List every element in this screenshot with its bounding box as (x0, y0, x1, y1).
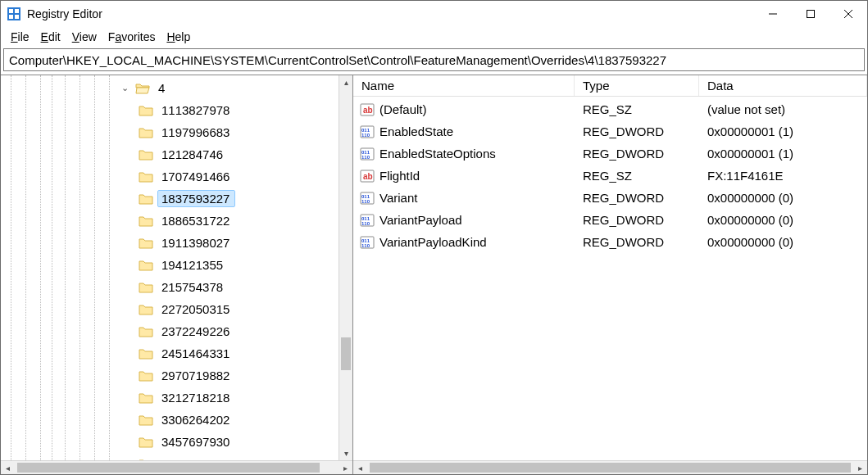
close-button[interactable] (829, 1, 867, 27)
reg-sz-icon (360, 169, 375, 183)
tree-item[interactable]: 1113827978 (116, 99, 352, 121)
value-type: REG_DWORD (575, 191, 699, 205)
address-text: Computer\HKEY_LOCAL_MACHINE\SYSTEM\Curre… (9, 53, 666, 67)
menu-edit[interactable]: Edit (36, 29, 66, 44)
scroll-down-arrow-icon[interactable]: ▾ (339, 446, 352, 460)
tree-item[interactable]: 1837593227 (116, 188, 352, 210)
reg-dword-icon (360, 213, 375, 228)
values-pane: Name Type Data (Default)REG_SZ(value not… (353, 75, 867, 474)
scroll-thumb[interactable] (370, 463, 851, 473)
column-header-data[interactable]: Data (699, 75, 867, 96)
value-type: REG_DWORD (575, 235, 699, 249)
scroll-right-arrow-icon[interactable]: ▸ (853, 461, 867, 474)
value-data: 0x00000000 (0) (699, 191, 867, 205)
tree-item-parent[interactable]: ⌄4 (116, 77, 352, 99)
value-data: 0x00000001 (1) (699, 147, 867, 161)
list-row[interactable]: (Default)REG_SZ(value not set) (353, 98, 867, 120)
folder-icon (139, 192, 153, 206)
maximize-icon (807, 10, 815, 18)
tree-item-label: 2372249226 (158, 323, 234, 339)
window-title: Registry Editor (27, 7, 754, 20)
tree-item[interactable]: 194121355 (116, 254, 352, 276)
tree-item[interactable]: 3306264202 (116, 409, 352, 431)
folder-icon (139, 236, 153, 251)
list-row[interactable]: EnabledStateOptionsREG_DWORD0x00000001 (… (353, 142, 867, 165)
scroll-thumb[interactable] (341, 337, 351, 370)
tree-vertical-scrollbar[interactable]: ▴ ▾ (339, 75, 352, 460)
tree-item-label: 215754378 (158, 279, 228, 295)
tree-item[interactable]: 215754378 (116, 276, 352, 298)
tree-item[interactable]: 1911398027 (116, 232, 352, 254)
menu-file[interactable]: File (6, 29, 34, 44)
collapse-icon[interactable]: ⌄ (119, 83, 130, 93)
value-type: REG_DWORD (575, 124, 699, 138)
menu-view[interactable]: View (67, 29, 102, 44)
value-type: REG_SZ (575, 169, 699, 183)
scroll-thumb[interactable] (17, 463, 320, 473)
tree-item-label: 1197996683 (158, 124, 234, 140)
list-row[interactable]: VariantPayloadREG_DWORD0x00000000 (0) (353, 209, 867, 231)
value-type: REG_DWORD (575, 147, 699, 161)
tree-view[interactable]: ⌄411138279781197996683121284746170749146… (1, 75, 352, 460)
folder-icon (139, 346, 153, 361)
value-data: (value not set) (699, 102, 867, 116)
window: Registry Editor File Edit View Favorites… (0, 0, 868, 475)
folder-icon (139, 369, 153, 383)
folder-icon (139, 147, 153, 162)
tree-item-label: 121284746 (158, 147, 228, 162)
tree-item[interactable]: 2970719882 (116, 364, 352, 387)
value-data: FX:11F4161E (699, 169, 867, 183)
titlebar[interactable]: Registry Editor (1, 1, 867, 27)
scroll-up-arrow-icon[interactable]: ▴ (339, 75, 352, 89)
menubar: File Edit View Favorites Help (1, 27, 867, 47)
tree-item[interactable]: 2451464331 (116, 342, 352, 364)
reg-sz-icon (360, 102, 375, 117)
tree-item[interactable]: 3519648394 (116, 453, 352, 460)
folder-icon (139, 391, 153, 405)
minimize-button[interactable] (754, 1, 792, 27)
menu-help[interactable]: Help (161, 29, 195, 44)
value-name: VariantPayload (379, 213, 462, 227)
menu-favorites[interactable]: Favorites (103, 29, 161, 44)
value-name: (Default) (379, 102, 427, 116)
address-bar[interactable]: Computer\HKEY_LOCAL_MACHINE\SYSTEM\Curre… (3, 48, 865, 71)
list-row[interactable]: EnabledStateREG_DWORD0x00000001 (1) (353, 120, 867, 142)
tree-item[interactable]: 3457697930 (116, 431, 352, 453)
tree-item[interactable]: 2272050315 (116, 298, 352, 320)
tree-item[interactable]: 3212718218 (116, 387, 352, 409)
scroll-left-arrow-icon[interactable]: ◂ (353, 461, 367, 474)
value-type: REG_DWORD (575, 213, 699, 227)
column-header-type[interactable]: Type (575, 75, 699, 96)
tree-pane: ⌄411138279781197996683121284746170749146… (1, 75, 353, 474)
tree-horizontal-scrollbar[interactable]: ◂ ▸ (1, 460, 352, 474)
reg-dword-icon (360, 147, 375, 161)
tree-item-label: 3212718218 (158, 390, 234, 405)
tree-item[interactable]: 1707491466 (116, 165, 352, 188)
value-data: 0x00000000 (0) (699, 235, 867, 249)
list-row[interactable]: VariantPayloadKindREG_DWORD0x00000000 (0… (353, 231, 867, 253)
folder-icon (139, 103, 153, 118)
tree-item[interactable]: 2372249226 (116, 320, 352, 342)
folder-icon (139, 258, 153, 273)
tree-item[interactable]: 1197996683 (116, 121, 352, 143)
list-row[interactable]: VariantREG_DWORD0x00000000 (0) (353, 187, 867, 209)
tree-item[interactable]: 1886531722 (116, 210, 352, 232)
column-header-name[interactable]: Name (353, 75, 575, 96)
window-controls (754, 1, 867, 27)
folder-icon (139, 324, 153, 339)
reg-dword-icon (360, 235, 375, 250)
list-view[interactable]: Name Type Data (Default)REG_SZ(value not… (353, 75, 867, 460)
svg-rect-4 (15, 15, 19, 19)
tree-item-label: 1113827978 (158, 102, 234, 118)
value-data: 0x00000001 (1) (699, 124, 867, 138)
scroll-right-arrow-icon[interactable]: ▸ (339, 461, 352, 474)
values-horizontal-scrollbar[interactable]: ◂ ▸ (353, 460, 867, 474)
folder-icon (139, 435, 153, 450)
tree-item-label: 1707491466 (158, 169, 234, 184)
folder-icon (139, 170, 153, 184)
maximize-button[interactable] (792, 1, 829, 27)
list-row[interactable]: FlightIdREG_SZFX:11F4161E (353, 165, 867, 187)
tree-item[interactable]: 121284746 (116, 143, 352, 165)
scroll-left-arrow-icon[interactable]: ◂ (1, 461, 15, 474)
reg-dword-icon (360, 191, 375, 206)
